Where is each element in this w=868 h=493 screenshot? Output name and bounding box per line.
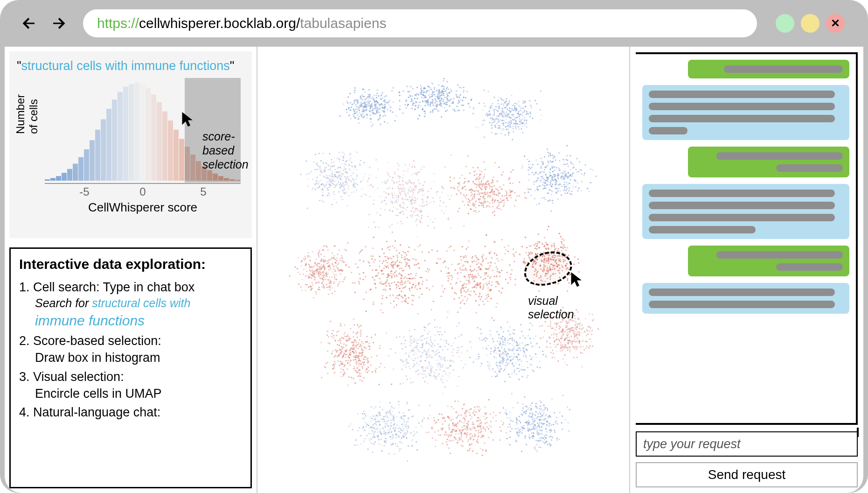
svg-point-301 xyxy=(365,106,366,107)
histogram-panel: "structural cells with immune functions"… xyxy=(9,51,252,238)
send-request-button[interactable]: Send request xyxy=(636,462,858,487)
svg-point-3010 xyxy=(437,262,438,264)
svg-point-2427 xyxy=(347,242,348,243)
svg-point-5152 xyxy=(524,396,525,397)
svg-point-2049 xyxy=(553,157,554,159)
svg-point-90 xyxy=(384,121,385,122)
svg-point-4141 xyxy=(510,338,512,339)
svg-point-2441 xyxy=(409,268,410,269)
svg-point-444 xyxy=(441,106,442,107)
forward-button[interactable] xyxy=(49,13,69,34)
svg-point-2725 xyxy=(392,266,393,268)
svg-point-1382 xyxy=(443,212,444,214)
svg-point-3902 xyxy=(409,352,410,353)
histogram-area[interactable]: Number of cells score-based selection -5… xyxy=(17,78,244,199)
svg-point-2761 xyxy=(488,268,490,269)
svg-point-2858 xyxy=(486,258,487,259)
svg-point-5315 xyxy=(547,444,549,445)
svg-point-3994 xyxy=(496,375,498,377)
svg-point-2921 xyxy=(489,289,490,291)
svg-point-4289 xyxy=(585,348,587,349)
svg-point-640 xyxy=(540,119,542,120)
svg-point-5204 xyxy=(538,424,540,425)
svg-point-4631 xyxy=(396,435,398,436)
svg-point-988 xyxy=(306,174,307,175)
svg-point-1217 xyxy=(354,183,355,184)
svg-point-3906 xyxy=(416,347,417,348)
svg-point-178 xyxy=(399,106,401,107)
svg-point-2290 xyxy=(319,287,320,288)
svg-point-3611 xyxy=(331,353,333,354)
svg-point-4057 xyxy=(516,341,517,343)
svg-point-4131 xyxy=(520,368,521,370)
back-button[interactable] xyxy=(19,13,39,34)
svg-point-4429 xyxy=(586,335,587,336)
svg-point-4074 xyxy=(503,331,504,332)
svg-point-4952 xyxy=(465,429,466,430)
svg-point-4302 xyxy=(579,333,580,334)
svg-point-258 xyxy=(371,126,372,127)
url-bar[interactable]: https://cellwhisperer.bocklab.org/tabula… xyxy=(83,9,757,37)
svg-point-3134 xyxy=(513,254,514,255)
svg-point-3292 xyxy=(525,237,526,238)
svg-point-1358 xyxy=(392,203,393,204)
svg-point-2923 xyxy=(509,277,511,278)
chat-input[interactable]: type your request xyxy=(636,431,858,457)
svg-point-2293 xyxy=(332,253,333,254)
close-button[interactable]: ✕ xyxy=(826,14,845,33)
svg-point-2063 xyxy=(547,179,549,180)
svg-point-3425 xyxy=(341,357,343,359)
umap-panel[interactable]: visual selection xyxy=(257,47,630,493)
svg-rect-23 xyxy=(174,130,179,181)
svg-point-1962 xyxy=(544,156,545,157)
svg-point-2416 xyxy=(324,275,325,276)
svg-point-1300 xyxy=(400,188,401,189)
svg-point-1287 xyxy=(382,182,383,183)
svg-point-465 xyxy=(425,105,426,106)
svg-point-1745 xyxy=(476,177,478,179)
svg-point-801 xyxy=(517,113,518,114)
svg-point-3940 xyxy=(529,329,530,330)
svg-point-2983 xyxy=(468,281,470,282)
svg-point-5163 xyxy=(528,407,530,408)
svg-point-5235 xyxy=(534,418,535,420)
svg-point-1687 xyxy=(516,195,518,197)
svg-point-135 xyxy=(369,93,371,95)
chat-history[interactable] xyxy=(636,52,858,425)
svg-point-1972 xyxy=(557,190,559,192)
svg-point-3927 xyxy=(422,345,423,346)
svg-point-4091 xyxy=(512,364,513,365)
svg-point-4718 xyxy=(378,444,380,445)
svg-point-3806 xyxy=(448,344,450,345)
svg-point-4991 xyxy=(474,407,475,408)
svg-point-5327 xyxy=(524,422,526,423)
maximize-button[interactable] xyxy=(801,14,819,33)
svg-point-4616 xyxy=(424,417,425,419)
svg-point-1267 xyxy=(416,174,417,175)
svg-point-4630 xyxy=(411,439,413,441)
svg-point-2504 xyxy=(394,282,395,283)
svg-point-3348 xyxy=(346,354,347,355)
svg-point-3021 xyxy=(486,268,488,269)
svg-point-2801 xyxy=(445,267,446,268)
svg-point-1747 xyxy=(477,167,479,169)
svg-point-5383 xyxy=(530,424,532,425)
svg-point-3165 xyxy=(530,252,531,253)
svg-point-1434 xyxy=(394,202,396,203)
svg-point-1251 xyxy=(393,181,395,183)
svg-point-2070 xyxy=(563,171,565,172)
svg-point-2127 xyxy=(595,176,597,177)
minimize-button[interactable] xyxy=(776,14,794,33)
svg-point-394 xyxy=(435,106,436,107)
svg-point-1163 xyxy=(318,153,319,154)
svg-point-3418 xyxy=(327,373,328,374)
svg-point-593 xyxy=(432,111,433,113)
svg-point-2775 xyxy=(514,279,516,280)
svg-point-5274 xyxy=(529,428,530,430)
svg-point-5041 xyxy=(473,438,474,440)
svg-point-3421 xyxy=(343,375,344,376)
svg-point-4118 xyxy=(542,354,544,355)
svg-point-497 xyxy=(446,104,448,106)
svg-point-3742 xyxy=(400,359,401,360)
svg-point-944 xyxy=(352,173,353,174)
